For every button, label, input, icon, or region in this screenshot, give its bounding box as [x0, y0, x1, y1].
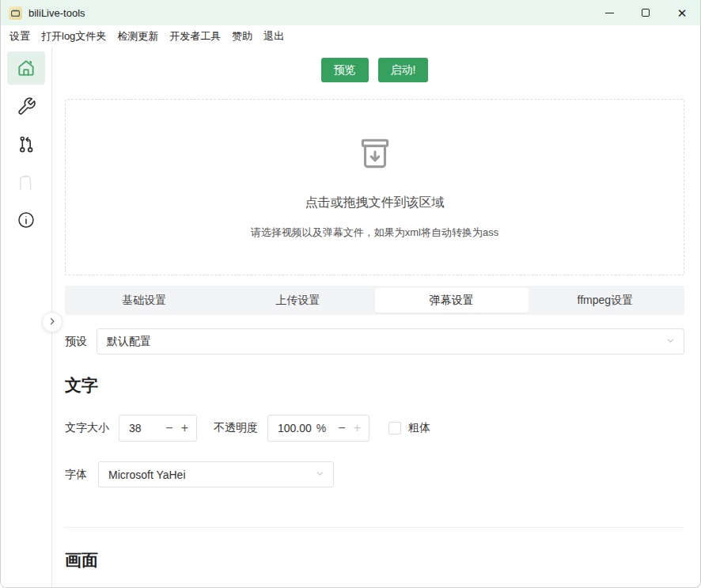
opacity-unit: % [316, 422, 326, 434]
opacity-stepper: − + [328, 422, 361, 434]
minimize-icon [605, 13, 614, 13]
window-controls: ✕ [591, 0, 700, 25]
preset-select[interactable]: 默认配置 [97, 328, 684, 355]
git-compare-icon [17, 135, 36, 154]
sidebar-collapse-toggle[interactable] [42, 312, 63, 332]
menu-item-settings[interactable]: 设置 [4, 26, 36, 47]
sidebar-item-clip[interactable] [7, 165, 45, 199]
font-family-label: 字体 [65, 468, 87, 482]
bold-checkbox[interactable] [388, 422, 401, 434]
titlebar: biliLive-tools ✕ [1, 0, 700, 25]
sidebar-item-home[interactable] [7, 51, 45, 85]
tab-ffmpeg-settings[interactable]: ffmpeg设置 [529, 288, 682, 313]
content-row: 预览 启动! 点击或拖拽文件到该区域 请选择视频以及弹幕文件，如果为xml将自动… [1, 47, 700, 588]
minus-button[interactable]: − [338, 422, 345, 434]
chevron-down-icon [665, 336, 676, 348]
close-button[interactable]: ✕ [664, 0, 700, 25]
preset-label: 预设 [65, 335, 87, 349]
preset-row: 预设 默认配置 [65, 328, 684, 355]
opacity-label: 不透明度 [214, 421, 258, 435]
clip-icon [16, 172, 36, 193]
start-button[interactable]: 启动! [378, 58, 429, 82]
file-dropzone[interactable]: 点击或拖拽文件到该区域 请选择视频以及弹幕文件，如果为xml将自动转换为ass [65, 99, 684, 275]
plus-button-disabled: + [354, 422, 361, 434]
font-row: 字体 Microsoft YaHei [65, 461, 684, 487]
sidebar-item-about[interactable] [7, 203, 45, 237]
main-panel: 预览 启动! 点击或拖拽文件到该区域 请选择视频以及弹幕文件，如果为xml将自动… [52, 47, 700, 588]
app-icon [9, 6, 22, 20]
sidebar-item-tools[interactable] [7, 89, 45, 123]
font-size-value: 38 [129, 422, 142, 434]
text-controls-row: 文字大小 38 − + 不透明度 100.00 % − + 粗体 [65, 415, 684, 442]
preset-value: 默认配置 [107, 335, 665, 349]
font-size-input[interactable]: 38 − + [119, 415, 197, 442]
dropzone-subtitle: 请选择视频以及弹幕文件，如果为xml将自动转换为ass [251, 226, 498, 240]
bold-checkbox-label: 粗体 [408, 421, 430, 435]
sidebar-item-queue[interactable] [7, 127, 45, 161]
archive-download-icon [355, 135, 395, 177]
font-family-select[interactable]: Microsoft YaHei [98, 461, 334, 487]
menu-item-exit[interactable]: 退出 [258, 26, 290, 47]
window-title: biliLive-tools [28, 7, 85, 19]
maximize-icon [642, 9, 650, 17]
menu-item-sponsor[interactable]: 赞助 [226, 26, 258, 47]
opacity-input[interactable]: 100.00 % − + [267, 415, 369, 442]
tab-upload-settings[interactable]: 上传设置 [221, 288, 374, 313]
home-icon [16, 58, 36, 78]
font-size-label: 文字大小 [65, 421, 109, 435]
menu-item-devtools[interactable]: 开发者工具 [164, 26, 226, 47]
plus-button[interactable]: + [181, 422, 188, 434]
menubar: 设置 打开log文件夹 检测更新 开发者工具 赞助 退出 [1, 25, 700, 47]
chevron-right-icon [47, 315, 57, 329]
opacity-value: 100.00 [278, 422, 312, 434]
wrench-icon [17, 97, 36, 116]
minus-button[interactable]: − [165, 422, 172, 434]
tab-danmaku-settings[interactable]: 弹幕设置 [375, 288, 529, 313]
dropzone-title: 点击或拖拽文件到该区域 [305, 195, 445, 211]
close-icon: ✕ [677, 7, 688, 19]
section-divider [65, 527, 684, 528]
maximize-button[interactable] [627, 0, 664, 25]
section-heading-text: 文字 [65, 374, 684, 396]
chevron-down-icon [315, 469, 325, 481]
font-size-stepper: − + [156, 422, 188, 434]
minimize-button[interactable] [591, 0, 627, 25]
settings-tabs: 基础设置 上传设置 弹幕设置 ffmpeg设置 [65, 286, 684, 315]
action-buttons: 预览 启动! [65, 58, 684, 82]
menu-item-check-update[interactable]: 检测更新 [112, 26, 164, 47]
section-heading-screen: 画面 [65, 549, 684, 571]
info-icon [17, 211, 36, 230]
preview-button[interactable]: 预览 [321, 58, 369, 82]
menu-item-open-log-folder[interactable]: 打开log文件夹 [36, 26, 112, 47]
font-family-value: Microsoft YaHei [108, 469, 315, 481]
tab-basic-settings[interactable]: 基础设置 [67, 288, 221, 313]
